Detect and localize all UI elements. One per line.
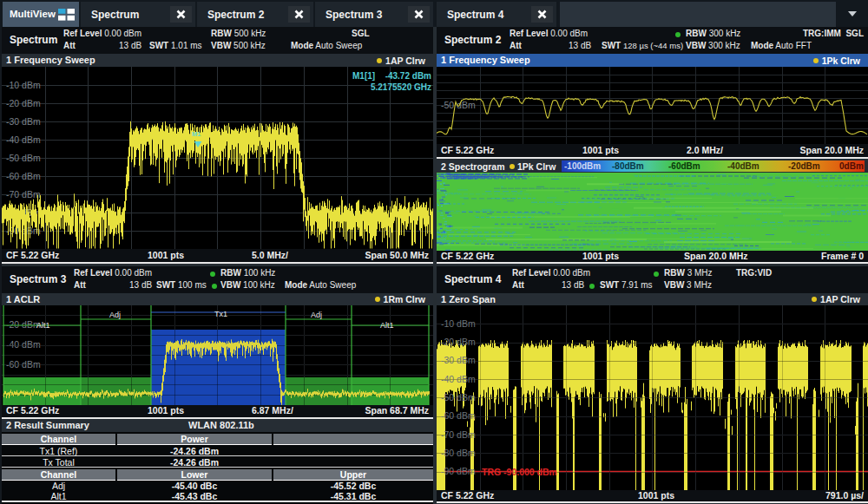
svg-text:-70 dBm: -70 dBm <box>441 429 476 440</box>
svg-text:5.2175520 GHz: 5.2175520 GHz <box>371 82 431 92</box>
svg-text:-80 dBm: -80 dBm <box>441 448 476 458</box>
svg-text:M1[1]: M1[1] <box>352 71 375 81</box>
svg-text:Tx1: Tx1 <box>214 310 227 318</box>
svg-text:M1: M1 <box>192 130 201 138</box>
svg-text:-10 dBm: -10 dBm <box>6 80 41 90</box>
svg-text:-20 dBm: -20 dBm <box>6 319 41 330</box>
svg-text:-30 dBm: -30 dBm <box>441 355 476 365</box>
svg-text:-20 dBm: -20 dBm <box>441 337 476 347</box>
svg-text:-40 dBm: -40 dBm <box>6 134 41 145</box>
svg-text:Adj: Adj <box>311 311 322 319</box>
svg-text:-40 dBm: -40 dBm <box>6 339 41 350</box>
svg-text:-50 dBm: -50 dBm <box>441 392 476 403</box>
svg-text:TRG -90.000 dBm: TRG -90.000 dBm <box>482 467 557 477</box>
svg-text:-30 dBm: -30 dBm <box>6 116 41 127</box>
svg-text:-10 dBm: -10 dBm <box>441 318 476 329</box>
svg-text:-90 dBm: -90 dBm <box>441 466 476 476</box>
svg-text:Adj: Adj <box>109 311 121 319</box>
svg-text:-50 dBm: -50 dBm <box>441 100 476 110</box>
svg-text:-70 dBm: -70 dBm <box>6 189 41 200</box>
svg-text:-40 dBm: -40 dBm <box>441 374 476 384</box>
svg-text:-20 dBm: -20 dBm <box>6 98 41 108</box>
svg-text:-60 dBm: -60 dBm <box>6 171 41 181</box>
svg-text:Alt1: Alt1 <box>36 321 50 330</box>
svg-text:-50 dBm: -50 dBm <box>6 153 41 163</box>
svg-text:-60 dBm: -60 dBm <box>441 410 476 421</box>
svg-text:-43.72 dBm: -43.72 dBm <box>385 71 431 81</box>
svg-text:Alt1: Alt1 <box>380 321 394 330</box>
svg-text:-60 dBm: -60 dBm <box>6 359 41 370</box>
